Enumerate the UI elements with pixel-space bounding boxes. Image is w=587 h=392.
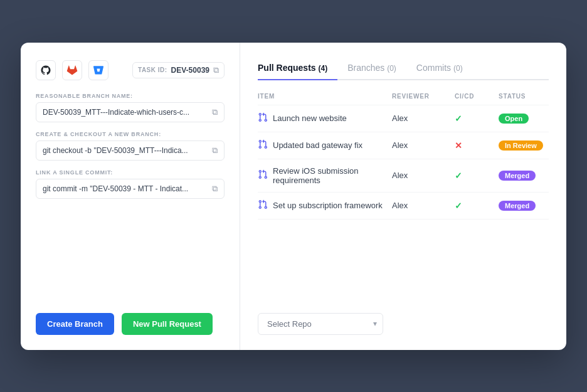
- commit-label: LINK A SINGLE COMMIT:: [36, 169, 225, 176]
- col-cicd: CI/CD: [455, 93, 499, 100]
- pr-title: Launch new website: [273, 114, 347, 123]
- ci-cross-icon: ✕: [455, 140, 499, 151]
- commit-field: LINK A SINGLE COMMIT: git commit -m "DEV…: [36, 169, 225, 199]
- pr-icon: [258, 112, 268, 125]
- bottom-buttons: Create Branch New Pull Request: [36, 313, 225, 335]
- left-panel: TASK ID: DEV-50039 ⧉ REASONABLE BRANCH N…: [21, 43, 240, 350]
- status-badge: In Review: [499, 140, 549, 151]
- table-row: Updated bad gateway fix Alex ✕ In Review: [258, 132, 549, 159]
- checkout-value: git checkout -b "DEV-50039_MTT---Indica.…: [36, 140, 225, 161]
- tab-branches[interactable]: Branches (0): [347, 58, 406, 80]
- pr-icon: [258, 169, 268, 182]
- select-repo[interactable]: Select Repo repo-1 repo-2 repo-3: [258, 313, 383, 335]
- tabs-bar: Pull Requests (4) Branches (0) Commits (…: [258, 58, 549, 80]
- reviewer: Alex: [392, 114, 455, 123]
- col-item: ITEM: [258, 93, 392, 100]
- bitbucket-icon[interactable]: [88, 60, 108, 80]
- reviewer: Alex: [392, 140, 455, 150]
- col-status: STATUS: [499, 93, 549, 100]
- status-badge: Merged: [499, 171, 549, 181]
- tab-commits[interactable]: Commits (0): [416, 58, 473, 80]
- status-badge: Merged: [499, 201, 549, 211]
- ci-check-icon: ✓: [455, 201, 499, 211]
- new-pull-request-button[interactable]: New Pull Request: [122, 313, 213, 335]
- create-branch-button[interactable]: Create Branch: [36, 313, 114, 335]
- pr-icon: [258, 199, 268, 212]
- task-id-box: TASK ID: DEV-50039 ⧉: [132, 62, 225, 78]
- col-reviewer: REVIEWER: [392, 93, 455, 100]
- commit-value: git commit -m "DEV-50039 - MTT - Indicat…: [36, 179, 225, 199]
- pr-title: Updated bad gateway fix: [273, 140, 362, 150]
- branch-name-value: DEV-50039_MTT---Indicate-which-users-c..…: [36, 102, 225, 122]
- select-wrapper: Select Repo repo-1 repo-2 repo-3 ▾: [258, 313, 383, 335]
- pr-title: Review iOS submission requirements: [273, 166, 392, 185]
- checkout-label: CREATE & CHECKOUT A NEW BRANCH:: [36, 131, 225, 137]
- item-cell: Set up subscription framework: [258, 199, 392, 212]
- item-cell: Review iOS submission requirements: [258, 166, 392, 185]
- left-panel-header: TASK ID: DEV-50039 ⧉: [36, 60, 225, 80]
- checkout-copy-icon[interactable]: ⧉: [212, 146, 218, 156]
- pr-title: Set up subscription framework: [273, 201, 383, 210]
- modal-dialog: TASK ID: DEV-50039 ⧉ REASONABLE BRANCH N…: [21, 43, 566, 350]
- task-id-value: DEV-50039: [171, 66, 209, 75]
- item-cell: Updated bad gateway fix: [258, 139, 392, 152]
- item-cell: Launch new website: [258, 112, 392, 125]
- table-row: Review iOS submission requirements Alex …: [258, 159, 549, 193]
- checkout-field: CREATE & CHECKOUT A NEW BRANCH: git chec…: [36, 131, 225, 161]
- ci-check-icon: ✓: [455, 171, 499, 181]
- table-row: Set up subscription framework Alex ✓ Mer…: [258, 193, 549, 220]
- branch-name-copy-icon[interactable]: ⧉: [212, 107, 218, 117]
- tab-pull-requests[interactable]: Pull Requests (4): [258, 58, 337, 80]
- branch-name-label: REASONABLE BRANCH NAME:: [36, 93, 225, 99]
- right-panel: Pull Requests (4) Branches (0) Commits (…: [240, 43, 566, 350]
- ci-check-icon: ✓: [455, 114, 499, 124]
- status-badge: Open: [499, 114, 549, 124]
- select-repo-wrapper: Select Repo repo-1 repo-2 repo-3 ▾: [258, 303, 549, 335]
- task-id-label: TASK ID:: [138, 66, 167, 73]
- github-icon[interactable]: [36, 60, 56, 80]
- commit-copy-icon[interactable]: ⧉: [212, 184, 218, 194]
- task-id-copy-icon[interactable]: ⧉: [213, 65, 219, 75]
- branch-name-field: REASONABLE BRANCH NAME: DEV-50039_MTT---…: [36, 93, 225, 122]
- table-row: Launch new website Alex ✓ Open: [258, 105, 549, 132]
- pr-icon: [258, 139, 268, 152]
- gitlab-icon[interactable]: [62, 60, 82, 80]
- reviewer: Alex: [392, 171, 455, 180]
- reviewer: Alex: [392, 201, 455, 210]
- table-header: ITEM REVIEWER CI/CD STATUS: [258, 93, 549, 105]
